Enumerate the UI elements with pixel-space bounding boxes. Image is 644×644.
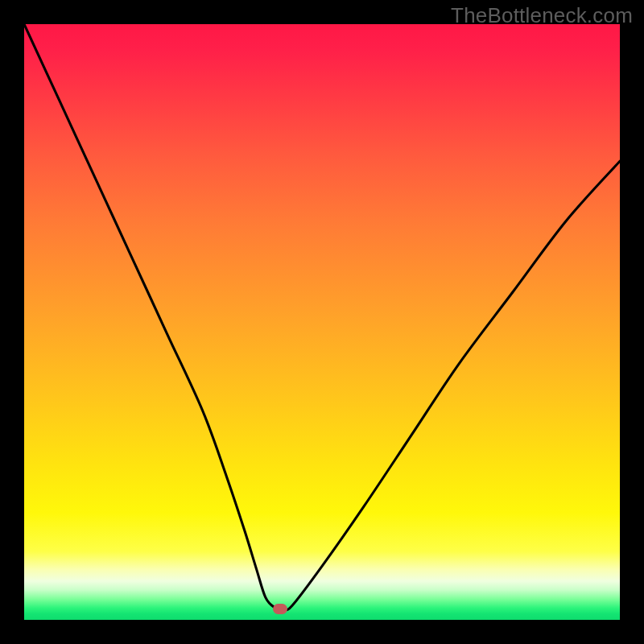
plot-area xyxy=(24,24,620,620)
chart-frame: TheBottleneck.com xyxy=(0,0,644,644)
bottleneck-curve xyxy=(24,24,620,620)
watermark-text: TheBottleneck.com xyxy=(451,3,633,28)
minimum-marker xyxy=(273,604,287,614)
